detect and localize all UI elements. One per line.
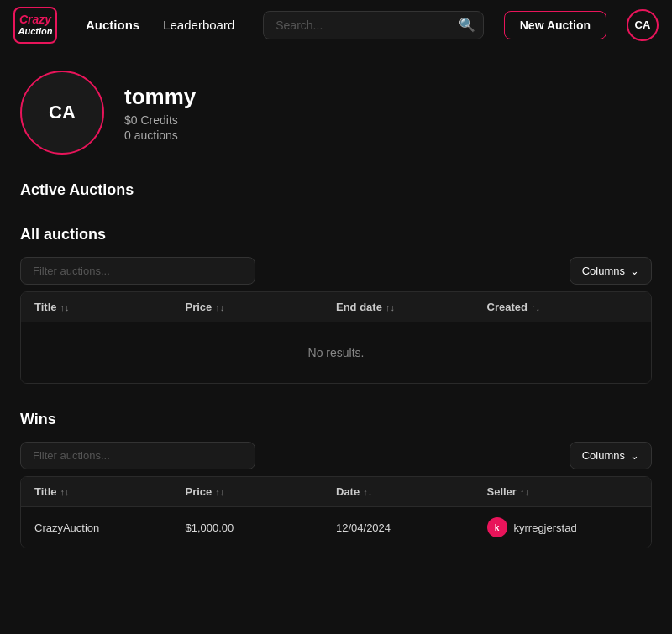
wins-row-seller-cell: k kyrregjerstad [487, 517, 638, 537]
all-auctions-table-header: Title ↑↓ Price ↑↓ End date ↑↓ Created ↑↓ [21, 292, 651, 322]
logo[interactable]: Crazy Auction [13, 7, 57, 44]
wins-columns-label: Columns [582, 449, 625, 462]
wins-section: Wins Columns ⌄ Title ↑↓ Price ↑↓ Date [20, 411, 652, 548]
nav-link-leaderboard[interactable]: Leaderboard [155, 13, 243, 37]
wins-columns-button[interactable]: Columns ⌄ [570, 442, 652, 469]
all-auctions-section: All auctions Columns ⌄ Title ↑↓ Price ↑↓… [20, 226, 652, 384]
th-title[interactable]: Title ↑↓ [34, 301, 186, 313]
logo-line2: Auction [18, 26, 53, 36]
th-created[interactable]: Created ↑↓ [487, 301, 638, 313]
wins-sort-icon-title: ↑↓ [60, 487, 70, 497]
wins-filter-input[interactable] [20, 442, 255, 469]
profile-auctions: 0 auctions [124, 128, 196, 142]
wins-chevron-down-icon: ⌄ [630, 449, 639, 462]
active-auctions-section: Active Auctions [20, 181, 652, 199]
wins-row-price: $1,000.00 [186, 521, 337, 534]
profile-credits: $0 Credits [124, 113, 196, 127]
all-auctions-table: Title ↑↓ Price ↑↓ End date ↑↓ Created ↑↓… [20, 291, 652, 384]
no-results: No results. [21, 322, 651, 383]
active-auctions-title: Active Auctions [20, 181, 652, 199]
nav-links: Auctions Leaderboard [77, 13, 243, 37]
wins-th-date[interactable]: Date ↑↓ [336, 485, 487, 498]
wins-th-price[interactable]: Price ↑↓ [186, 485, 337, 498]
avatar[interactable]: CA [627, 9, 659, 41]
profile-name: tommy [124, 84, 196, 110]
wins-row-date: 12/04/2024 [336, 521, 487, 534]
wins-table: Title ↑↓ Price ↑↓ Date ↑↓ Seller ↑↓ Craz… [20, 476, 652, 548]
wins-table-header: Title ↑↓ Price ↑↓ Date ↑↓ Seller ↑↓ [21, 477, 651, 507]
search-input[interactable] [263, 11, 483, 39]
all-auctions-table-body: No results. [21, 322, 651, 383]
search-icon: 🔍 [459, 17, 475, 33]
sort-icon-created: ↑↓ [531, 302, 540, 312]
seller-name: kyrregjerstad [514, 521, 577, 534]
wins-table-body: CrazyAuction $1,000.00 12/04/2024 k kyrr… [21, 507, 651, 548]
columns-label: Columns [582, 265, 625, 277]
main-content: CA tommy $0 Credits 0 auctions Active Au… [0, 50, 672, 589]
seller-avatar: k [487, 517, 507, 537]
profile-info: tommy $0 Credits 0 auctions [124, 84, 196, 142]
profile-section: CA tommy $0 Credits 0 auctions [20, 71, 652, 155]
all-auctions-columns-button[interactable]: Columns ⌄ [570, 257, 652, 285]
wins-th-title[interactable]: Title ↑↓ [34, 485, 186, 498]
logo-line1: Crazy [19, 13, 51, 26]
sort-icon-end-date: ↑↓ [386, 302, 395, 312]
wins-filter-row: Columns ⌄ [20, 442, 652, 469]
sort-icon-price: ↑↓ [215, 302, 224, 312]
new-auction-button[interactable]: New Auction [504, 11, 606, 39]
wins-sort-icon-date: ↑↓ [363, 487, 372, 497]
wins-sort-icon-seller: ↑↓ [520, 487, 529, 497]
all-auctions-filter-row: Columns ⌄ [20, 257, 652, 285]
nav-link-auctions[interactable]: Auctions [77, 13, 148, 37]
wins-row-title: CrazyAuction [34, 521, 186, 534]
navbar: Crazy Auction Auctions Leaderboard 🔍 New… [0, 0, 672, 50]
all-auctions-title: All auctions [20, 226, 652, 244]
chevron-down-icon: ⌄ [630, 265, 639, 277]
th-price[interactable]: Price ↑↓ [186, 301, 337, 313]
search-wrapper: 🔍 [263, 11, 483, 39]
all-auctions-filter-input[interactable] [20, 257, 255, 285]
wins-title: Wins [20, 411, 652, 428]
wins-th-seller[interactable]: Seller ↑↓ [487, 485, 638, 498]
wins-sort-icon-price: ↑↓ [215, 487, 224, 497]
table-row: CrazyAuction $1,000.00 12/04/2024 k kyrr… [21, 507, 651, 548]
th-end-date[interactable]: End date ↑↓ [336, 301, 487, 313]
profile-avatar: CA [20, 71, 104, 155]
sort-icon-title: ↑↓ [60, 302, 70, 312]
